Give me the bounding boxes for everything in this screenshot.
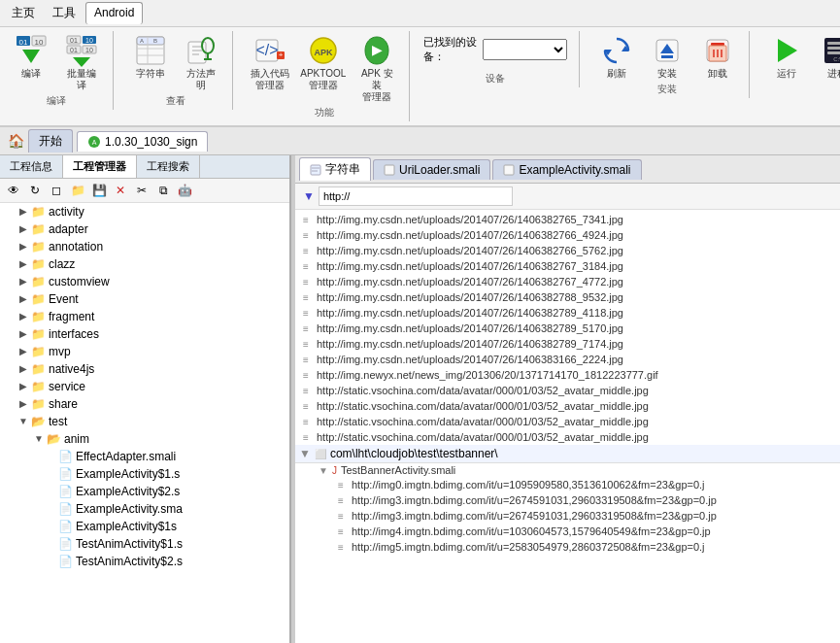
svg-text:+: + [279, 51, 284, 59]
tree-item[interactable]: ▶ 📁 Event [0, 290, 289, 308]
voice-label: 方法声明 [186, 68, 216, 91]
url-row[interactable]: ≡ http://img.my.csdn.net/uploads/201407/… [295, 258, 840, 274]
url-icon: ≡ [299, 213, 313, 226]
tree-item[interactable]: ▶ 📁 customview [0, 273, 289, 290]
panel-tab-info[interactable]: 工程信息 [0, 155, 63, 178]
filter-icon: ▼ [303, 189, 315, 203]
tree-item-test[interactable]: ▼ 📂 test [0, 413, 289, 430]
batch-compile-button[interactable]: 01 10 01 10 批量编译 [58, 31, 105, 93]
url-row[interactable]: ≡ http://img.my.csdn.net/uploads/201407/… [295, 305, 840, 321]
tree-item[interactable]: 📄 TestAnimActivity$1.s [0, 535, 289, 553]
copy-icon[interactable]: ⧉ [153, 181, 173, 200]
apk-install-button[interactable]: ▶ APK 安装管理器 [353, 31, 401, 105]
file-row[interactable]: ▼ J TestBannerActivity.smali [315, 463, 840, 477]
tree-item[interactable]: 📄 ExampleActivity$2.s [0, 483, 289, 500]
compile-button[interactable]: 01 10 编译 [8, 31, 54, 93]
url-row[interactable]: ≡ http://static.vsochina.com/data/avatar… [295, 383, 840, 398]
apktool-button[interactable]: APK APKTOOL管理器 [297, 31, 350, 105]
collapse-icon[interactable]: ◻ [47, 181, 66, 200]
panel-toolbar: 👁 ↻ ◻ 📁 💾 ✕ ✂ ⧉ 🤖 [0, 179, 289, 203]
menu-home[interactable]: 主页 [4, 2, 43, 24]
url-row[interactable]: ≡ http://img.my.csdn.net/uploads/201407/… [295, 336, 840, 352]
tree-item[interactable]: ▶ 📁 fragment [0, 308, 289, 325]
menu-android[interactable]: Android [85, 2, 143, 24]
uninstall-label: 卸载 [708, 68, 727, 80]
home-icon[interactable]: 🏠 [8, 133, 24, 149]
url-row[interactable]: ≡ http://img.newyx.net/news_img/201306/2… [295, 367, 840, 383]
url-icon: ≡ [299, 306, 313, 320]
file-tab2-icon [503, 164, 515, 176]
url-icon: ≡ [299, 244, 313, 257]
url-row[interactable]: ≡ http://img.my.csdn.net/uploads/201407/… [295, 243, 840, 258]
tree-item[interactable]: ▶ 📁 adapter [0, 220, 289, 238]
tree-item-label: interfaces [49, 327, 99, 341]
tree-item-label: native4js [49, 362, 94, 376]
insert-code-button[interactable]: </> + 插入代码管理器 [247, 31, 293, 105]
url-row[interactable]: ≡ http://img.my.csdn.net/uploads/201407/… [295, 321, 840, 336]
url-row[interactable]: ≡ http://img.my.csdn.net/uploads/201407/… [295, 227, 840, 243]
panel-tab-manager[interactable]: 工程管理器 [63, 155, 137, 178]
content-area[interactable]: ≡ http://img.my.csdn.net/uploads/201407/… [295, 210, 840, 643]
uninstall-button[interactable]: 卸载 [694, 31, 741, 82]
url-row[interactable]: ≡ http://img4.imgtn.bdimg.com/it/u=10306… [295, 524, 840, 539]
url-row[interactable]: ≡ http://img5.imgtn.bdimg.com/it/u=25830… [295, 539, 840, 555]
folder-open-icon: 📂 [47, 432, 62, 446]
progress-button[interactable]: C:\ 进程 [814, 31, 840, 82]
url-row[interactable]: ≡ http://static.vsochina.com/data/avatar… [295, 398, 840, 414]
android-small-icon[interactable]: 🤖 [175, 181, 194, 200]
panel-tab-search[interactable]: 工程搜索 [137, 155, 200, 178]
editor-tab-example[interactable]: ExampleActivity.smali [492, 159, 641, 180]
editor-tab-strings[interactable]: 字符串 [299, 157, 371, 181]
tree-area[interactable]: ▶ 📁 activity ▶ 📁 adapter ▶ 📁 annotation … [0, 203, 289, 643]
folder-icon: 📁 [31, 380, 47, 393]
tree-item[interactable]: ▶ 📁 activity [0, 203, 289, 220]
url-row[interactable]: ≡ http://img.my.csdn.net/uploads/201407/… [295, 212, 840, 227]
refresh-label: 刷新 [607, 68, 626, 80]
search-input[interactable] [319, 186, 513, 206]
tree-item-interfaces[interactable]: ▶ 📁 interfaces [0, 325, 289, 343]
folder-icon-btn[interactable]: 📁 [68, 181, 87, 200]
url-row[interactable]: ≡ http://img.my.csdn.net/uploads/201407/… [295, 289, 840, 305]
toolbar: 01 10 编译 01 10 01 [0, 27, 840, 127]
url-row[interactable]: ≡ http://img.my.csdn.net/uploads/201407/… [295, 274, 840, 289]
char-table-button[interactable]: A B 字符串 [127, 31, 174, 93]
device-select[interactable] [483, 39, 567, 60]
tree-item[interactable]: ▶ 📁 share [0, 395, 289, 413]
voice-button[interactable]: 方法声明 [178, 31, 224, 93]
editor-tab-uriloader[interactable]: UriLoader.smali [373, 159, 490, 180]
tree-item[interactable]: 📄 TestAnimActivity$2.s [0, 553, 289, 570]
tree-item[interactable]: ▶ 📁 clazz [0, 255, 289, 273]
tree-item[interactable]: 📄 ExampleActivity$1s [0, 518, 289, 535]
url-row[interactable]: ≡ http://img3.imgtn.bdimg.com/it/u=26745… [295, 508, 840, 524]
eye-icon[interactable]: 👁 [4, 181, 23, 200]
install-button[interactable]: 安装 [644, 31, 690, 82]
refresh-button[interactable]: 刷新 [593, 31, 640, 82]
menu-tools[interactable]: 工具 [45, 2, 84, 24]
tab-home[interactable]: 开始 [28, 129, 73, 152]
tree-item-anim[interactable]: ▼ 📂 anim [0, 430, 289, 448]
tree-item[interactable]: ▶ 📁 native4js [0, 360, 289, 378]
smali-icon: 📄 [58, 502, 74, 516]
sync-icon[interactable]: ↻ [25, 181, 45, 200]
tree-item-service[interactable]: ▶ 📁 service [0, 378, 289, 395]
tree-item[interactable]: ▶ 📁 mvp [0, 343, 289, 360]
url-row[interactable]: ≡ http://static.vsochina.com/data/avatar… [295, 429, 840, 445]
tree-item-effect[interactable]: 📄 EffectAdapter.smali [0, 448, 289, 465]
refresh-icon [599, 33, 634, 68]
tree-item[interactable]: 📄 ExampleActivity$1.s [0, 465, 289, 483]
tree-item-label: activity [49, 205, 84, 219]
url-row[interactable]: ≡ http://static.vsochina.com/data/avatar… [295, 414, 840, 429]
tab-active[interactable]: A 1.0.30_1030_sign [77, 131, 208, 152]
tree-item[interactable]: 📄 ExampleActivity.sma [0, 500, 289, 518]
section-expand-icon[interactable]: ▼ [299, 447, 311, 460]
tree-item[interactable]: ▶ 📁 annotation [0, 238, 289, 255]
save-icon[interactable]: 💾 [89, 181, 109, 200]
delete-icon[interactable]: ✕ [111, 181, 130, 200]
url-row[interactable]: ≡ http://img0.imgtn.bdimg.com/it/u=10959… [295, 477, 840, 492]
url-row[interactable]: ≡ http://img.my.csdn.net/uploads/201407/… [295, 352, 840, 367]
menu-bar: 主页 工具 Android [0, 0, 840, 27]
cut-icon[interactable]: ✂ [132, 181, 151, 200]
svg-text:01: 01 [70, 47, 78, 53]
url-row[interactable]: ≡ http://img3.imgtn.bdimg.com/it/u=26745… [295, 492, 840, 508]
run-button[interactable]: 运行 [763, 31, 810, 82]
